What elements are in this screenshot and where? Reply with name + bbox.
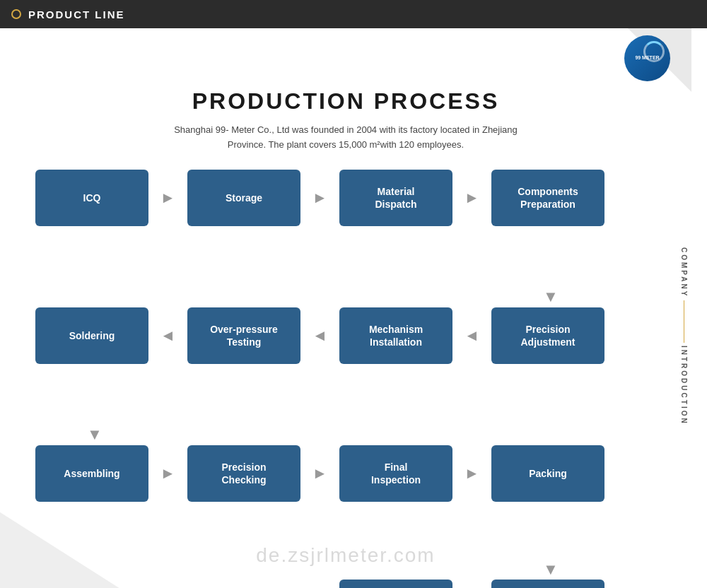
watermark: de.zsjrlmeter.com xyxy=(256,544,435,567)
arrow-storage-to-material: ► xyxy=(303,189,337,206)
subtitle: Shanghai 99- Meter Co., Ltd was founded … xyxy=(0,123,691,153)
arrow-final-to-packing: ► xyxy=(455,465,489,482)
box-packing: Packing xyxy=(491,445,604,502)
arrow-material-to-components: ► xyxy=(455,189,489,206)
title-section: PRODUCTION PROCESS Shanghai 99- Meter Co… xyxy=(0,28,691,153)
header-bar: PRODUCT LINE xyxy=(0,0,707,28)
arrow-components-to-precision-adj: ▼ xyxy=(542,228,559,306)
side-bottom-text: INTRODUCTION xyxy=(680,346,688,425)
arrow-packing-to-sampling: ▼ xyxy=(542,504,559,579)
box-sampling-checking: Samplingchecking xyxy=(491,580,604,588)
side-top-text: COMPANY xyxy=(680,247,688,298)
header-title: PRODUCT LINE xyxy=(28,8,125,20)
header-circle-icon xyxy=(11,9,21,19)
side-line-decoration xyxy=(684,300,684,343)
subtitle-line1: Shanghai 99- Meter Co., Ltd was founded … xyxy=(174,124,518,135)
side-label: COMPANY INTRODUCTION xyxy=(676,57,691,588)
box-material-dispatch: MaterialDispatch xyxy=(339,170,452,226)
box-icq: ICQ xyxy=(35,170,148,226)
box-mechanism-installation: MechanismInstallation xyxy=(339,307,452,364)
box-delivery: Delivery xyxy=(339,580,452,588)
box-final-inspection: FinalInspection xyxy=(339,445,452,502)
arrow-overpressure-to-soldering: ◄ xyxy=(151,327,185,344)
arrow-precision-adj-to-mechanism: ◄ xyxy=(455,327,489,344)
box-components-preparation: ComponentsPreparation xyxy=(491,170,604,226)
arrow-precision-chk-to-final: ► xyxy=(303,465,337,482)
main-title: PRODUCTION PROCESS xyxy=(0,88,691,114)
corner-decoration-bottom-left xyxy=(0,503,141,588)
arrow-soldering-to-assembling: ▼ xyxy=(86,366,103,444)
arrow-icq-to-storage: ► xyxy=(151,189,185,206)
box-storage: Storage xyxy=(187,170,300,226)
box-precision-adjustment: PrecisionAdjustment xyxy=(491,307,604,364)
box-precision-checking: PrecisionChecking xyxy=(187,445,300,502)
box-soldering: Soldering xyxy=(35,307,148,364)
arrow-assembling-to-precision-chk: ► xyxy=(151,465,185,482)
arrow-mechanism-to-overpressure: ◄ xyxy=(303,327,337,344)
main-content: 99 METER COMPANY INTRODUCTION PRODUCTION… xyxy=(0,28,691,588)
box-overpressure-testing: Over-pressureTesting xyxy=(187,307,300,364)
logo: 99 METER xyxy=(624,35,670,81)
box-assembling: Assembling xyxy=(35,445,148,502)
subtitle-line2: Province. The plant covers 15,000 m²with… xyxy=(228,139,464,150)
